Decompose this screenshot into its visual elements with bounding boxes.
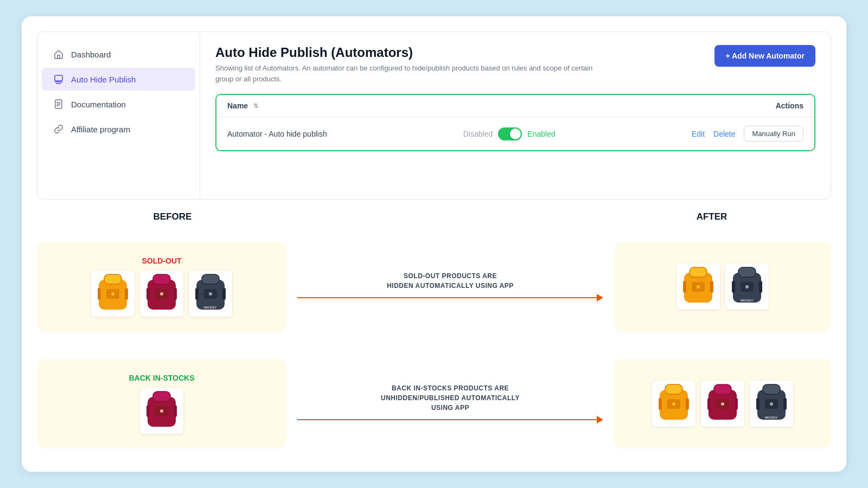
enabled-label: Enabled <box>527 130 555 138</box>
sidebar-item-auto-hide-label: Auto Hide Publish <box>71 75 136 84</box>
svg-rect-7 <box>125 288 128 300</box>
svg-point-5 <box>111 292 114 296</box>
bag-row-1: MICKEY <box>91 271 232 317</box>
svg-rect-56 <box>756 398 760 410</box>
page-header: Auto Hide Publish (Automators) Showing l… <box>215 45 815 84</box>
svg-rect-15 <box>202 274 219 284</box>
title-area: Auto Hide Publish (Automators) Showing l… <box>215 45 595 84</box>
bag-row-2 <box>140 388 183 434</box>
after-box-1: MICKEY <box>614 242 831 331</box>
svg-rect-50 <box>707 398 711 410</box>
svg-rect-22 <box>690 267 707 277</box>
automator-table: Name ⇅ Actions Automator - Auto hide pub… <box>215 94 815 151</box>
svg-rect-6 <box>98 288 101 300</box>
toggle-section: Disabled Enabled <box>463 127 556 140</box>
arrow-text-1: SOLD-OUT PRODUCTS ARE HIDDEN AUTOMATICAL… <box>387 271 514 291</box>
bag-yellow-after-2 <box>652 381 695 427</box>
svg-point-37 <box>160 409 163 413</box>
bag-burgundy-after-2 <box>701 381 744 427</box>
sidebar-item-dashboard[interactable]: Dashboard <box>42 43 195 66</box>
home-icon <box>53 48 65 60</box>
bag-black-1: MICKEY <box>189 271 232 317</box>
svg-point-24 <box>697 285 700 288</box>
illus-row-2: BACK IN-STOCKS BACK I <box>37 350 831 457</box>
main-card: Dashboard Auto Hide Publish <box>22 16 846 472</box>
bag-burgundy-1 <box>140 271 183 317</box>
add-automator-button[interactable]: + Add New Automator <box>714 45 815 67</box>
svg-rect-19 <box>222 288 226 300</box>
svg-rect-41 <box>665 384 682 394</box>
svg-rect-18 <box>195 288 199 300</box>
svg-point-30 <box>745 285 749 288</box>
arrow-section-1: SOLD-OUT PRODUCTS ARE HIDDEN AUTOMATICAL… <box>286 271 614 301</box>
bag-black-after-2: MICKEY <box>750 381 793 427</box>
delete-button[interactable]: Delete <box>713 130 735 138</box>
svg-point-49 <box>721 402 724 406</box>
manually-run-button[interactable]: Manually Run <box>744 126 803 142</box>
svg-text:MICKEY: MICKEY <box>204 306 216 309</box>
sidebar-item-auto-hide[interactable]: Auto Hide Publish <box>42 68 195 91</box>
bag-black-after-1: MICKEY <box>725 264 769 310</box>
after-label: AFTER <box>697 211 727 222</box>
svg-rect-39 <box>174 405 177 417</box>
svg-rect-51 <box>735 398 738 410</box>
sold-out-label: SOLD-OUT <box>142 256 181 265</box>
svg-rect-31 <box>732 281 735 293</box>
sidebar-item-documentation-label: Documentation <box>71 100 126 109</box>
bag-yellow-1 <box>91 271 135 317</box>
sidebar-item-affiliate[interactable]: Affiliate program <box>42 118 195 140</box>
before-box-2: BACK IN-STOCKS <box>37 359 286 448</box>
svg-point-55 <box>770 402 773 406</box>
arrow-2 <box>297 416 603 423</box>
after-box-2: MICKEY <box>614 359 831 448</box>
svg-rect-47 <box>714 384 731 394</box>
sidebar-item-documentation[interactable]: Documentation <box>42 93 195 115</box>
arrow-section-2: BACK IN-STOCKS PRODUCTS ARE UNHIDDEN/PUB… <box>286 383 614 423</box>
before-box-1: SOLD-OUT <box>37 242 286 331</box>
bag-burgundy-2 <box>140 388 183 434</box>
layers-icon <box>53 73 65 85</box>
column-name: Name ⇅ <box>227 101 258 110</box>
svg-point-43 <box>672 402 675 406</box>
top-section: Dashboard Auto Hide Publish <box>37 31 831 200</box>
table-header: Name ⇅ Actions <box>216 95 814 117</box>
column-actions: Actions <box>776 101 803 110</box>
svg-rect-45 <box>686 398 689 410</box>
svg-rect-0 <box>55 75 62 81</box>
svg-text:MICKEY: MICKEY <box>765 416 777 419</box>
sidebar-item-dashboard-label: Dashboard <box>71 50 111 59</box>
sort-icon[interactable]: ⇅ <box>253 102 258 110</box>
automator-name: Automator - Auto hide publish <box>227 130 327 138</box>
svg-rect-13 <box>174 288 177 300</box>
before-label: BEFORE <box>154 211 192 222</box>
table-row: Automator - Auto hide publish Disabled E… <box>216 117 814 150</box>
svg-rect-3 <box>104 274 122 284</box>
svg-rect-57 <box>783 398 787 410</box>
bag-yellow-after-1 <box>676 264 720 310</box>
svg-rect-32 <box>759 281 762 293</box>
sidebar-item-affiliate-label: Affiliate program <box>71 125 130 134</box>
svg-rect-25 <box>683 281 686 293</box>
page-title: Auto Hide Publish (Automators) <box>215 45 595 60</box>
back-instocks-label: BACK IN-STOCKS <box>129 374 194 382</box>
svg-rect-35 <box>153 391 170 401</box>
main-content: Auto Hide Publish (Automators) Showing l… <box>200 32 831 199</box>
sidebar: Dashboard Auto Hide Publish <box>37 32 200 199</box>
page-subtitle: Showing list of Automators. An automator… <box>215 63 595 84</box>
toggle-thumb <box>510 129 521 139</box>
toggle-switch[interactable] <box>498 127 522 140</box>
link-icon <box>53 123 65 135</box>
row-actions: Edit Delete Manually Run <box>692 126 803 142</box>
svg-rect-9 <box>153 274 170 284</box>
svg-rect-53 <box>763 384 780 394</box>
disabled-label: Disabled <box>463 130 493 138</box>
svg-point-17 <box>209 292 212 296</box>
svg-text:MICKEY: MICKEY <box>741 299 753 302</box>
arrow-text-2: BACK IN-STOCKS PRODUCTS ARE UNHIDDEN/PUB… <box>381 383 520 413</box>
edit-button[interactable]: Edit <box>692 130 705 138</box>
svg-point-11 <box>160 292 163 296</box>
svg-rect-44 <box>659 398 662 410</box>
illus-row-1: SOLD-OUT <box>37 233 831 339</box>
svg-rect-28 <box>738 267 756 277</box>
arrow-1 <box>297 294 603 301</box>
